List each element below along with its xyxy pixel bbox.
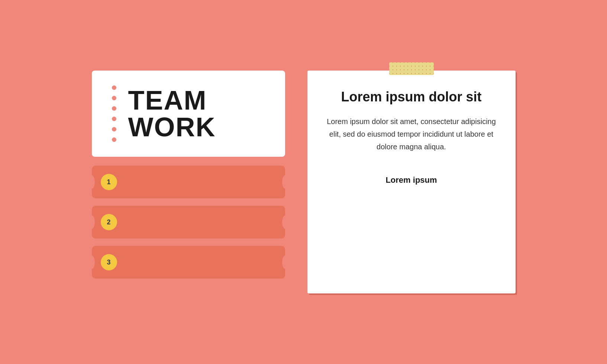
list-item: 2 <box>92 206 285 238</box>
dots-column <box>110 85 116 142</box>
list-item: 3 <box>92 246 285 279</box>
dot-3 <box>112 106 116 111</box>
sticky-note-body: Lorem ipsum dolor sit amet, consectetur … <box>325 115 498 153</box>
number-label-2: 2 <box>107 218 110 226</box>
left-panel: TEAM WORK 1 2 3 <box>92 71 285 279</box>
title-text: TEAM WORK <box>128 87 216 140</box>
dot-1 <box>112 85 116 90</box>
tape <box>389 62 434 75</box>
sticky-note-footer: Lorem ipsum <box>325 175 498 185</box>
title-line1: TEAM <box>128 85 207 115</box>
dot-5 <box>112 127 116 131</box>
dot-2 <box>112 96 116 100</box>
dot-4 <box>112 117 116 121</box>
dot-6 <box>112 137 116 142</box>
sticky-note-content: Lorem ipsum dolor sit Lorem ipsum dolor … <box>325 89 498 185</box>
title-card: TEAM WORK <box>92 71 285 157</box>
sticky-note: Lorem ipsum dolor sit Lorem ipsum dolor … <box>307 71 516 293</box>
right-panel: Lorem ipsum dolor sit Lorem ipsum dolor … <box>307 71 516 293</box>
number-label-3: 3 <box>107 259 110 266</box>
tape-dots <box>389 62 434 75</box>
number-badge-1: 1 <box>101 174 117 190</box>
number-label-1: 1 <box>107 178 110 186</box>
list-items: 1 2 3 <box>92 166 285 279</box>
title-line2: WORK <box>128 112 216 142</box>
sticky-note-heading: Lorem ipsum dolor sit <box>325 89 498 105</box>
number-badge-3: 3 <box>101 254 117 270</box>
list-item: 1 <box>92 166 285 198</box>
number-badge-2: 2 <box>101 214 117 230</box>
main-container: TEAM WORK 1 2 3 <box>70 48 538 316</box>
